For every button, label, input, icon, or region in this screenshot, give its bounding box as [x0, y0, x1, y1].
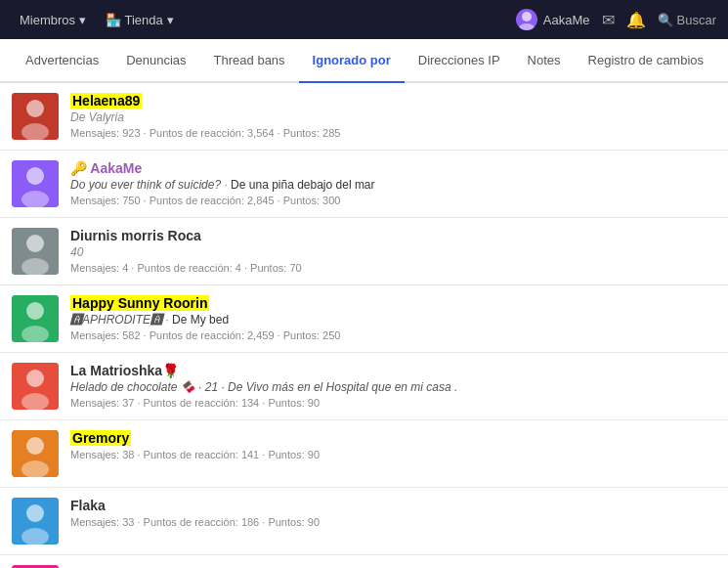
- status-location: De My bed: [172, 313, 229, 327]
- user-info: 🔑 AakaMeDo you ever think of suicide? · …: [70, 160, 716, 206]
- user-status: 🅰APHRODITE🅰 · De My bed: [70, 313, 716, 327]
- table-row[interactable]: Honey25Mensajes: 22 · Puntos de reacción…: [0, 555, 728, 568]
- avatar: [12, 363, 59, 410]
- tienda-dropdown-icon: ▾: [167, 13, 174, 27]
- tab-ignorado-por[interactable]: Ignorado por: [299, 39, 405, 83]
- highlighted-name: Happy Sunny Roorin: [70, 295, 209, 311]
- table-row[interactable]: FlakaMensajes: 33 · Puntos de reacción: …: [0, 488, 728, 555]
- user-meta: Mensajes: 37 · Puntos de reacción: 134 ·…: [70, 397, 716, 409]
- user-meta: Mensajes: 582 · Puntos de reacción: 2,45…: [70, 329, 716, 341]
- tab-advertencias[interactable]: Advertencias: [12, 39, 112, 83]
- user-list: Helaena89De ValyriaMensajes: 923 · Punto…: [0, 83, 728, 568]
- bell-icon[interactable]: 🔔: [626, 11, 646, 29]
- status-label: Helado de chocolate 🍫 · 21 · De Vivo más…: [70, 380, 457, 394]
- avatar: [12, 160, 59, 207]
- svg-point-12: [26, 302, 44, 320]
- top-nav-left: Miembros ▾ 🏪 Tienda ▾: [12, 0, 182, 39]
- top-navigation: Miembros ▾ 🏪 Tienda ▾ AakaMe ✉ 🔔 🔍 Busca…: [0, 0, 728, 39]
- top-nav-right: AakaMe ✉ 🔔 🔍 Buscar: [516, 9, 716, 30]
- highlighted-name: Helaena89: [70, 93, 142, 109]
- user-info: Happy Sunny Roorin🅰APHRODITE🅰 · De My be…: [70, 295, 716, 341]
- search-icon: 🔍: [658, 13, 673, 27]
- user-info: La Matrioshka🌹Helado de chocolate 🍫 · 21…: [70, 363, 716, 409]
- user-name: Flaka: [70, 498, 716, 513]
- table-row[interactable]: Happy Sunny Roorin🅰APHRODITE🅰 · De My be…: [0, 285, 728, 353]
- tab-direcciones-ip[interactable]: Direcciones IP: [405, 39, 514, 83]
- avatar: [12, 498, 59, 545]
- tab-thread-bans[interactable]: Thread bans: [200, 39, 299, 83]
- user-meta: Mensajes: 750 · Puntos de reacción: 2,84…: [70, 195, 716, 206]
- avatar: [12, 295, 59, 342]
- user-name: Happy Sunny Roorin: [70, 295, 716, 311]
- avatar: [12, 430, 59, 477]
- miembros-dropdown-icon: ▾: [79, 13, 86, 27]
- email-icon[interactable]: ✉: [602, 11, 615, 29]
- nav-tienda[interactable]: 🏪 Tienda ▾: [98, 0, 182, 39]
- user-info: FlakaMensajes: 33 · Puntos de reacción: …: [70, 498, 716, 528]
- table-row[interactable]: Diurnis morris Roca40Mensajes: 4 · Punto…: [0, 218, 728, 285]
- table-row[interactable]: La Matrioshka🌹Helado de chocolate 🍫 · 21…: [0, 353, 728, 420]
- user-meta: Mensajes: 38 · Puntos de reacción: 141 ·…: [70, 449, 716, 460]
- search-label: Buscar: [677, 13, 716, 27]
- nav-miembros[interactable]: Miembros ▾: [12, 0, 94, 39]
- svg-point-9: [26, 235, 44, 252]
- user-name: Gremory: [70, 430, 716, 446]
- tienda-label: 🏪 Tienda: [106, 13, 163, 27]
- avatar: [12, 93, 59, 140]
- avatar-image: [516, 9, 537, 30]
- user-info: Diurnis morris Roca40Mensajes: 4 · Punto…: [70, 228, 716, 274]
- tab-notes[interactable]: Notes: [514, 39, 575, 83]
- user-info: GremoryMensajes: 38 · Puntos de reacción…: [70, 430, 716, 460]
- svg-point-6: [26, 167, 44, 185]
- table-row[interactable]: GremoryMensajes: 38 · Puntos de reacción…: [0, 420, 728, 488]
- user-avatar: [516, 9, 537, 30]
- avatar: [12, 228, 59, 275]
- search-button[interactable]: 🔍 Buscar: [658, 13, 716, 27]
- user-subtitle: 40: [70, 245, 716, 259]
- user-info: Helaena89De ValyriaMensajes: 923 · Punto…: [70, 93, 716, 139]
- secondary-navigation: Advertencias Denuncias Thread bans Ignor…: [0, 39, 728, 83]
- svg-point-1: [519, 23, 535, 30]
- user-subtitle: De Valyria: [70, 110, 716, 124]
- user-status: Helado de chocolate 🍫 · 21 · De Vivo más…: [70, 380, 716, 394]
- user-meta: Mensajes: 923 · Puntos de reacción: 3,56…: [70, 127, 716, 139]
- table-row[interactable]: Helaena89De ValyriaMensajes: 923 · Punto…: [0, 83, 728, 151]
- svg-point-21: [26, 504, 44, 522]
- svg-point-15: [26, 370, 44, 387]
- user-name: 🔑 AakaMe: [70, 160, 716, 176]
- svg-point-3: [26, 100, 44, 117]
- status-location: De una piña debajo del mar: [231, 178, 374, 192]
- user-meta: Mensajes: 33 · Puntos de reacción: 186 ·…: [70, 516, 716, 528]
- user-menu[interactable]: AakaMe: [516, 9, 590, 30]
- status-label: Do you ever think of suicide?: [70, 178, 221, 192]
- user-status: Do you ever think of suicide? · De una p…: [70, 178, 716, 192]
- table-row[interactable]: 🔑 AakaMeDo you ever think of suicide? · …: [0, 151, 728, 218]
- user-name: Diurnis morris Roca: [70, 228, 716, 243]
- tab-registro[interactable]: Registro de cambios: [575, 39, 718, 83]
- miembros-label: Miembros: [20, 13, 75, 27]
- username-label: AakaMe: [543, 13, 590, 27]
- highlighted-name: Gremory: [70, 430, 131, 446]
- user-meta: Mensajes: 4 · Puntos de reacción: 4 · Pu…: [70, 262, 716, 274]
- user-name: Helaena89: [70, 93, 716, 109]
- svg-point-18: [26, 437, 44, 455]
- status-label: 🅰APHRODITE🅰: [70, 313, 162, 327]
- tab-denuncias[interactable]: Denuncias: [112, 39, 199, 83]
- svg-point-0: [522, 12, 532, 22]
- user-name: La Matrioshka🌹: [70, 363, 716, 378]
